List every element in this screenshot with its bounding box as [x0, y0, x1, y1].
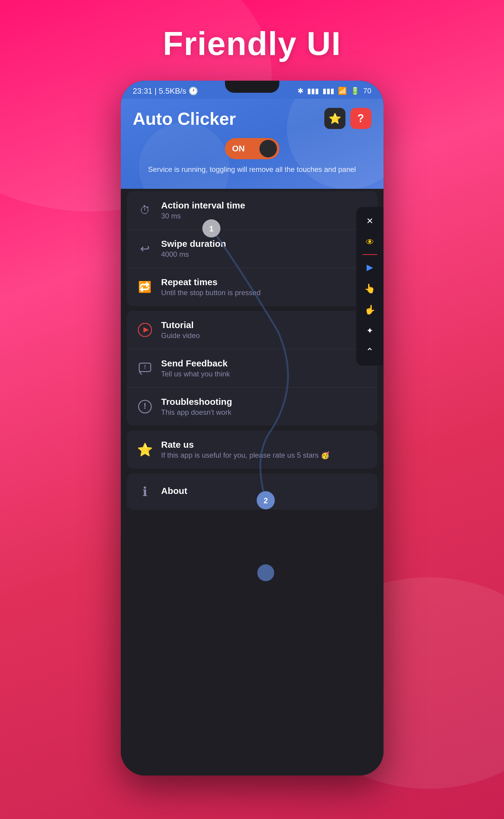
feedback-text: Send Feedback Tell us what you think [161, 358, 368, 378]
action-interval-text: Action interval time 30 ms [161, 200, 368, 220]
setting-rate-us[interactable]: ⭐ Rate us If this app is useful for you,… [127, 431, 377, 469]
rate-us-text: Rate us If this app is useful for you, p… [161, 440, 368, 460]
service-toggle[interactable]: ON [225, 138, 279, 159]
header-top-row: Auto Clicker ⭐ ? [133, 108, 371, 129]
settings-group-1: ⏱ Action interval time 30 ms ↩ Swipe dur… [127, 191, 377, 306]
tutorial-title: Tutorial [161, 320, 368, 330]
toggle-thumb [259, 140, 277, 157]
swipe-duration-title: Swipe duration [161, 239, 368, 249]
repeat-times-sub: Until the stop button is pressed [161, 288, 368, 297]
panel-close-button[interactable]: ✕ [359, 212, 380, 230]
status-time: 23:31 [133, 86, 152, 95]
action-interval-icon: ⏱ [136, 201, 154, 219]
panel-swipe-button[interactable]: 👆 [359, 300, 380, 318]
setting-send-feedback[interactable]: ! Send Feedback Tell us what you think [127, 349, 377, 387]
repeat-times-text: Repeat times Until the stop button is pr… [161, 277, 368, 297]
status-separator: | [155, 86, 159, 95]
svg-marker-6 [143, 327, 149, 332]
panel-tap-button[interactable]: 👆 [359, 279, 380, 297]
service-status-text: Service is running, toggling will remove… [133, 165, 371, 177]
settings-group-3: ⭐ Rate us If this app is useful for you,… [127, 431, 377, 469]
setting-tutorial[interactable]: Tutorial Guide video [127, 311, 377, 349]
tutorial-sub: Guide video [161, 331, 368, 340]
feedback-title: Send Feedback [161, 358, 368, 368]
app-header: Auto Clicker ⭐ ? ON Service is running, … [121, 99, 384, 189]
status-time-speed: 23:31 | 5.5KB/s 🕐 [133, 86, 198, 96]
svg-text:!: ! [144, 364, 146, 370]
setting-action-interval[interactable]: ⏱ Action interval time 30 ms [127, 191, 377, 230]
settings-group-4: ℹ About [127, 474, 377, 510]
about-text: About [161, 486, 368, 497]
feedback-sub: Tell us what you think [161, 370, 368, 378]
panel-up-button[interactable]: ⌃ [359, 342, 380, 361]
setting-troubleshooting[interactable]: ! Troubleshooting This app doesn't work [127, 387, 377, 426]
troubleshooting-title: Troubleshooting [161, 396, 368, 407]
help-button[interactable]: ? [350, 108, 371, 129]
page-title: Friendly UI [163, 24, 341, 63]
feedback-icon: ! [136, 359, 154, 377]
toggle-container: ON [133, 138, 371, 159]
panel-eye-button[interactable]: 👁 [359, 233, 380, 251]
toggle-label: ON [232, 144, 245, 153]
status-right-icons: ✱ ▮▮▮ ▮▮▮ 📶 🔋 70 [297, 87, 371, 95]
wifi-icon: 📶 [338, 87, 347, 95]
main-content: 1 2 ⏱ Action interval time 30 ms ↩ Swipe… [121, 189, 384, 776]
battery-percent: 70 [363, 87, 371, 95]
troubleshooting-text: Troubleshooting This app doesn't work [161, 396, 368, 417]
panel-divider [362, 254, 377, 255]
rate-us-title: Rate us [161, 440, 368, 450]
swipe-duration-icon: ↩ [136, 239, 154, 258]
settings-group-2: Tutorial Guide video ! Send Feedback Tel… [127, 311, 377, 426]
about-title: About [161, 486, 368, 496]
clock-icon: 🕐 [188, 86, 198, 95]
setting-swipe-duration[interactable]: ↩ Swipe duration 4000 ms [127, 230, 377, 268]
swipe-duration-sub: 4000 ms [161, 250, 368, 258]
troubleshooting-icon: ! [136, 397, 154, 416]
setting-about[interactable]: ℹ About [127, 474, 377, 510]
troubleshooting-sub: This app doesn't work [161, 408, 368, 417]
side-panel: ✕ 👁 ▶ 👆 👆 ✦ ⌃ [356, 207, 384, 365]
svg-text:!: ! [143, 401, 146, 411]
swipe-duration-text: Swipe duration 4000 ms [161, 239, 368, 258]
tutorial-icon [136, 321, 154, 339]
app-name: Auto Clicker [133, 108, 236, 129]
signal-icon-1: ▮▮▮ [307, 87, 319, 95]
rate-us-sub: If this app is useful for you, please ra… [161, 451, 368, 460]
action-interval-sub: 30 ms [161, 212, 368, 220]
rate-us-icon: ⭐ [136, 441, 154, 459]
signal-icon-2: ▮▮▮ [323, 87, 334, 95]
phone-frame: 23:31 | 5.5KB/s 🕐 ✱ ▮▮▮ ▮▮▮ 📶 🔋 70 Auto … [121, 81, 384, 776]
repeat-times-title: Repeat times [161, 277, 368, 287]
bluetooth-icon: ✱ [297, 87, 303, 95]
panel-play-button[interactable]: ▶ [359, 258, 380, 276]
battery-icon: 🔋 [351, 87, 360, 95]
setting-repeat-times[interactable]: 🔁 Repeat times Until the stop button is … [127, 268, 377, 306]
star-button[interactable]: ⭐ [324, 108, 345, 129]
svg-point-4 [257, 564, 274, 581]
panel-move-button[interactable]: ✦ [359, 321, 380, 339]
repeat-times-icon: 🔁 [136, 278, 154, 296]
status-speed: 5.5KB/s [159, 86, 186, 95]
about-icon: ℹ [136, 483, 154, 501]
phone-notch [225, 81, 279, 93]
action-interval-title: Action interval time [161, 200, 368, 210]
tutorial-text: Tutorial Guide video [161, 320, 368, 340]
header-buttons: ⭐ ? [324, 108, 371, 129]
